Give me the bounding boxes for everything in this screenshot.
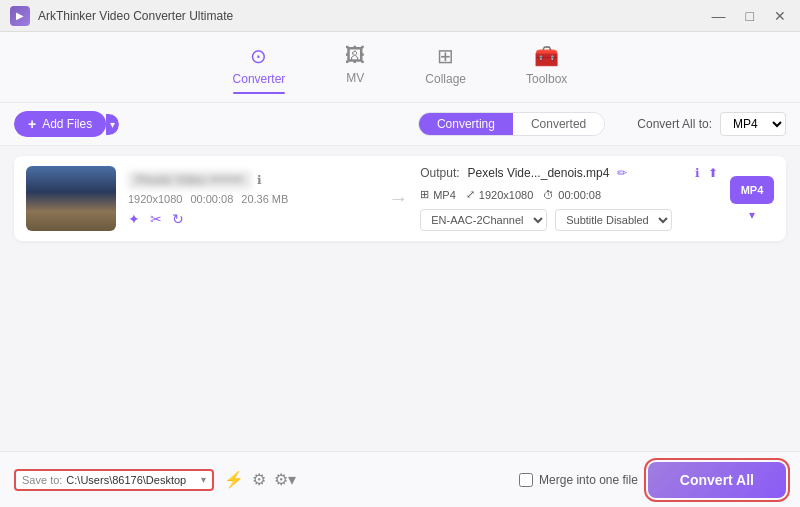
tab-mv[interactable]: 🖼 MV bbox=[335, 40, 375, 98]
app-title: ArkThinker Video Converter Ultimate bbox=[38, 9, 233, 23]
add-files-dropdown-button[interactable]: ▾ bbox=[106, 114, 119, 135]
audio-channel-select[interactable]: EN-AAC-2Channel bbox=[420, 209, 547, 231]
main-content: Pexels Video •••••••• ℹ 1920x1080 00:00:… bbox=[0, 146, 800, 251]
converting-tab[interactable]: Converting bbox=[419, 113, 513, 135]
more-icon[interactable]: ⚙▾ bbox=[274, 470, 296, 489]
converted-tab[interactable]: Converted bbox=[513, 113, 604, 135]
output-row2: EN-AAC-2Channel Subtitle Disabled bbox=[420, 209, 718, 231]
output-actions: ℹ ⬆ bbox=[695, 166, 718, 180]
convert-all-to-section: Convert All to: MP4 MOV AVI MKV bbox=[637, 112, 786, 136]
info-icon[interactable]: ℹ bbox=[257, 173, 262, 187]
maximize-button[interactable]: □ bbox=[742, 6, 758, 26]
format-dropdown-arrow[interactable]: ▾ bbox=[749, 208, 755, 222]
merge-label: Merge into one file bbox=[539, 473, 638, 487]
output-duration: 00:00:08 bbox=[558, 189, 601, 201]
footer: Save to: C:\Users\86176\Desktop ▾ ⚡ ⚙ ⚙▾… bbox=[0, 451, 800, 507]
file-item: Pexels Video •••••••• ℹ 1920x1080 00:00:… bbox=[14, 156, 786, 241]
settings-icon[interactable]: ⚙ bbox=[252, 470, 266, 489]
output-format: MP4 bbox=[433, 189, 456, 201]
tab-collage[interactable]: ⊞ Collage bbox=[415, 40, 476, 98]
title-bar-left: ▶ ArkThinker Video Converter Ultimate bbox=[10, 6, 233, 26]
format-grid-icon: ⊞ bbox=[420, 188, 429, 201]
toolbar: + Add Files ▾ Converting Converted Conve… bbox=[0, 103, 800, 146]
thumbnail-image bbox=[26, 166, 116, 231]
app-icon: ▶ bbox=[10, 6, 30, 26]
file-resolution: 1920x1080 bbox=[128, 193, 182, 205]
format-button[interactable]: MP4 bbox=[730, 176, 774, 204]
file-meta: 1920x1080 00:00:08 20.36 MB bbox=[128, 193, 376, 205]
convert-all-to-label: Convert All to: bbox=[637, 117, 712, 131]
tab-converter[interactable]: ⊙ Converter bbox=[223, 40, 296, 98]
output-controls-row: ⊞ MP4 ⤢ 1920x1080 ⏱ 00:00:08 bbox=[420, 188, 718, 201]
mv-icon: 🖼 bbox=[345, 44, 365, 67]
add-files-button[interactable]: + Add Files bbox=[14, 111, 106, 137]
collage-label: Collage bbox=[425, 72, 466, 86]
add-files-label: Add Files bbox=[42, 117, 92, 131]
convert-all-button[interactable]: Convert All bbox=[648, 462, 786, 498]
output-download-icon[interactable]: ⬆ bbox=[708, 166, 718, 180]
edit-filename-icon[interactable]: ✏ bbox=[617, 166, 627, 180]
main-content-area: Pexels Video •••••••• ℹ 1920x1080 00:00:… bbox=[0, 146, 800, 459]
magic-icon[interactable]: ✦ bbox=[128, 211, 140, 227]
output-section: Output: Pexels Vide..._denois.mp4 ✏ ℹ ⬆ … bbox=[420, 166, 718, 231]
clock-icon: ⏱ bbox=[543, 189, 554, 201]
toolbox-icon: 🧰 bbox=[534, 44, 559, 68]
file-info-left: Pexels Video •••••••• ℹ 1920x1080 00:00:… bbox=[128, 171, 376, 227]
file-name: Pexels Video •••••••• bbox=[128, 171, 251, 189]
output-resolution: 1920x1080 bbox=[479, 189, 533, 201]
title-bar: ▶ ArkThinker Video Converter Ultimate — … bbox=[0, 0, 800, 32]
effects-icon[interactable]: ↻ bbox=[172, 211, 184, 227]
plus-icon: + bbox=[28, 116, 36, 132]
minimize-button[interactable]: — bbox=[708, 6, 730, 26]
nav-tabs: ⊙ Converter 🖼 MV ⊞ Collage 🧰 Toolbox bbox=[0, 32, 800, 103]
file-duration: 00:00:08 bbox=[190, 193, 233, 205]
speed-icon[interactable]: ⚡ bbox=[224, 470, 244, 489]
save-to-dropdown-icon[interactable]: ▾ bbox=[201, 474, 206, 485]
window-controls: — □ ✕ bbox=[708, 6, 790, 26]
format-badge: ⊞ MP4 bbox=[420, 188, 456, 201]
save-to-path: C:\Users\86176\Desktop bbox=[66, 474, 197, 486]
file-actions: ✦ ✂ ↻ bbox=[128, 211, 376, 227]
arrow-section: → bbox=[388, 187, 408, 210]
add-files-group: + Add Files ▾ bbox=[14, 111, 119, 137]
collage-icon: ⊞ bbox=[437, 44, 454, 68]
output-row1: Output: Pexels Vide..._denois.mp4 ✏ ℹ ⬆ bbox=[420, 166, 718, 180]
format-button-label: MP4 bbox=[741, 184, 764, 196]
cut-icon[interactable]: ✂ bbox=[150, 211, 162, 227]
close-button[interactable]: ✕ bbox=[770, 6, 790, 26]
mv-label: MV bbox=[346, 71, 364, 85]
footer-tools: ⚡ ⚙ ⚙▾ bbox=[224, 470, 296, 489]
toolbox-label: Toolbox bbox=[526, 72, 567, 86]
file-size: 20.36 MB bbox=[241, 193, 288, 205]
converting-tabs: Converting Converted bbox=[418, 112, 605, 136]
file-thumbnail bbox=[26, 166, 116, 231]
file-name-row: Pexels Video •••••••• ℹ bbox=[128, 171, 376, 189]
converter-icon: ⊙ bbox=[250, 44, 267, 68]
save-to-container: Save to: C:\Users\86176\Desktop ▾ bbox=[14, 469, 214, 491]
duration-info: ⏱ 00:00:08 bbox=[543, 189, 601, 201]
output-label: Output: bbox=[420, 166, 459, 180]
merge-container: Merge into one file bbox=[519, 473, 638, 487]
subtitle-select[interactable]: Subtitle Disabled bbox=[555, 209, 672, 231]
format-button-group: MP4 ▾ bbox=[730, 176, 774, 222]
output-info-icon[interactable]: ℹ bbox=[695, 166, 700, 180]
tab-toolbox[interactable]: 🧰 Toolbox bbox=[516, 40, 577, 98]
format-select[interactable]: MP4 MOV AVI MKV bbox=[720, 112, 786, 136]
output-filename: Pexels Vide..._denois.mp4 bbox=[468, 166, 610, 180]
tab-underline bbox=[233, 92, 286, 94]
resolution-icon: ⤢ bbox=[466, 188, 475, 201]
save-to-label: Save to: bbox=[22, 474, 62, 486]
merge-checkbox[interactable] bbox=[519, 473, 533, 487]
resolution-info: ⤢ 1920x1080 bbox=[466, 188, 533, 201]
converter-label: Converter bbox=[233, 72, 286, 86]
